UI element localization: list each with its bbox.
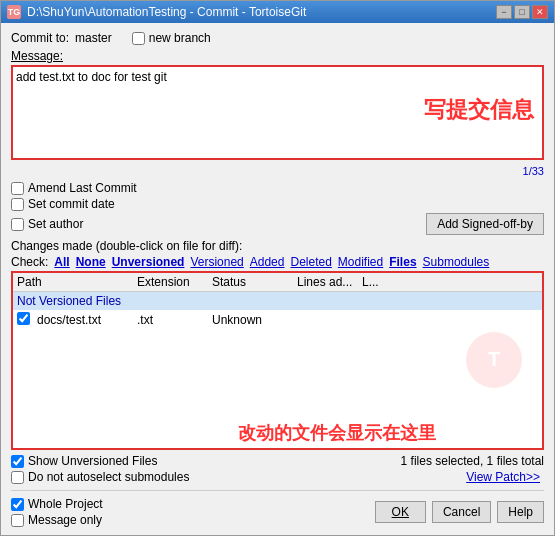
help-button[interactable]: Help: [497, 501, 544, 523]
ok-button[interactable]: OK: [375, 501, 426, 523]
app-icon: TG: [7, 5, 21, 19]
table-body: Not Versioned Files docs/test.txt .txt U…: [13, 292, 542, 448]
col-ext-header: Extension: [137, 275, 212, 289]
commit-date-row: Set commit date: [11, 197, 544, 211]
options-section: Amend Last Commit Set commit date Set au…: [11, 181, 544, 235]
minimize-button[interactable]: −: [496, 5, 512, 19]
file-status: Unknown: [212, 313, 297, 327]
window-title: D:\ShuYun\AutomationTesting - Commit - T…: [27, 5, 496, 19]
do-not-autoselect-row: Do not autoselect submodules View Patch>…: [11, 470, 544, 484]
message-counter: 1/33: [11, 165, 544, 177]
commit-to-label: Commit to:: [11, 31, 69, 45]
check-added-link[interactable]: Added: [250, 255, 285, 269]
bottom-options: Show Unversioned Files 1 files selected,…: [11, 454, 544, 484]
file-path: docs/test.txt: [37, 313, 137, 327]
check-modified-link[interactable]: Modified: [338, 255, 383, 269]
changes-label: Changes made (double-click on file for d…: [11, 239, 544, 253]
file-checkbox[interactable]: [17, 312, 30, 325]
changes-section: Changes made (double-click on file for d…: [11, 239, 544, 450]
main-window: TG D:\ShuYun\AutomationTesting - Commit …: [0, 0, 555, 536]
amend-label: Amend Last Commit: [28, 181, 137, 195]
message-section: Message: 写提交信息 1/33: [11, 49, 544, 177]
message-textarea[interactable]: [11, 65, 544, 160]
whole-project-message-only-row: Whole Project Message only OK Cancel Hel…: [11, 497, 544, 527]
amend-checkbox[interactable]: [11, 182, 24, 195]
show-unversioned-row: Show Unversioned Files 1 files selected,…: [11, 454, 544, 468]
add-signed-off-button[interactable]: Add Signed-off-by: [426, 213, 544, 235]
check-deleted-link[interactable]: Deleted: [290, 255, 331, 269]
title-bar: TG D:\ShuYun\AutomationTesting - Commit …: [1, 1, 554, 23]
author-row: Set author Add Signed-off-by: [11, 213, 544, 235]
col-lines-header: Lines ad...: [297, 275, 362, 289]
message-container: 写提交信息: [11, 65, 544, 163]
check-label: Check:: [11, 255, 48, 269]
row-checkbox-cell: [17, 312, 37, 328]
commit-to-left: Commit to: master: [11, 31, 112, 45]
check-files-link[interactable]: Files: [389, 255, 416, 269]
app-icon-text: TG: [8, 7, 21, 17]
show-unversioned-checkbox[interactable]: [11, 455, 24, 468]
message-only-label: Message only: [28, 513, 102, 527]
set-commit-date-checkbox[interactable]: [11, 198, 24, 211]
set-commit-date-label: Set commit date: [28, 197, 115, 211]
amend-row: Amend Last Commit: [11, 181, 544, 195]
svg-text:T: T: [488, 348, 500, 370]
cancel-button[interactable]: Cancel: [432, 501, 491, 523]
check-submodules-link[interactable]: Submodules: [423, 255, 490, 269]
check-row: Check: All None Unversioned Versioned Ad…: [11, 255, 544, 269]
branch-name: master: [75, 31, 112, 45]
check-versioned-link[interactable]: Versioned: [190, 255, 243, 269]
col-path-header: Path: [17, 275, 137, 289]
view-patch-link[interactable]: View Patch>>: [466, 470, 540, 484]
set-author-checkbox[interactable]: [11, 218, 24, 231]
maximize-button[interactable]: □: [514, 5, 530, 19]
tortoise-watermark-svg: T: [464, 330, 524, 390]
whole-project-label: Whole Project: [28, 497, 103, 511]
table-header: Path Extension Status Lines ad... L...: [13, 273, 542, 292]
set-author-label: Set author: [28, 217, 83, 231]
show-unversioned-label: Show Unversioned Files: [28, 454, 157, 468]
main-content: Commit to: master new branch Message: 写提…: [1, 23, 554, 535]
col-status-header: Status: [212, 275, 297, 289]
check-unversioned-link[interactable]: Unversioned: [112, 255, 185, 269]
whole-project-checkbox[interactable]: [11, 498, 24, 511]
check-all-link[interactable]: All: [54, 255, 69, 269]
message-label: Message:: [11, 49, 544, 63]
do-not-autoselect-label: Do not autoselect submodules: [28, 470, 189, 484]
files-count: 1 files selected, 1 files total: [401, 454, 544, 468]
table-row[interactable]: docs/test.txt .txt Unknown: [13, 310, 542, 330]
do-not-autoselect-checkbox[interactable]: [11, 471, 24, 484]
message-only-checkbox[interactable]: [11, 514, 24, 527]
file-ext: .txt: [137, 313, 212, 327]
title-controls: − □ ✕: [496, 5, 548, 19]
group-header-not-versioned: Not Versioned Files: [13, 292, 542, 310]
new-branch-checkbox[interactable]: [132, 32, 145, 45]
check-none-link[interactable]: None: [76, 255, 106, 269]
commit-to-row: Commit to: master new branch: [11, 31, 544, 45]
new-branch-label: new branch: [149, 31, 211, 45]
file-table-container: Path Extension Status Lines ad... L... N…: [11, 271, 544, 450]
new-branch-row: new branch: [132, 31, 211, 45]
divider: [11, 490, 544, 491]
close-button[interactable]: ✕: [532, 5, 548, 19]
whole-project-section: Whole Project Message only: [11, 497, 103, 527]
col-l-header: L...: [362, 275, 392, 289]
bottom-buttons: OK Cancel Help: [375, 501, 544, 523]
